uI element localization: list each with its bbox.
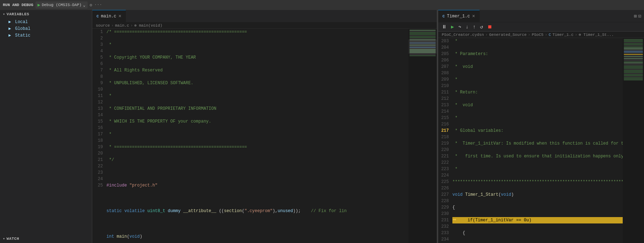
gear-icon[interactable]: ⚙	[90, 2, 92, 8]
editors-area: C main.c × source › main.c › ⊕ main(void…	[92, 10, 644, 243]
tab-timer-close-icon[interactable]: ×	[472, 14, 475, 19]
watch-chevron: ▾	[3, 237, 5, 241]
right-code-area: 203204205206207 208209210211212 21321421…	[438, 38, 644, 243]
left-editor-breadcrumb: source › main.c › ⊕ main(void)	[92, 22, 437, 29]
tab-timer-c[interactable]: C Timer_1.c ×	[438, 10, 480, 22]
bc-psoc: PSoC_Creator.cydsn	[442, 33, 484, 37]
sidebar-item-local[interactable]: ▶ Local	[0, 18, 92, 25]
bc-psoc5: PSoC5	[532, 33, 544, 37]
bc-timer-st: ⊕ Timer_1_St...	[579, 32, 614, 37]
local-chevron: ▶	[9, 20, 11, 25]
step-out-button[interactable]: ↑	[471, 23, 477, 31]
c-file-icon: C	[97, 14, 99, 18]
split-editor-icon[interactable]: ⊞	[634, 13, 637, 19]
watch-label: WATCH	[7, 237, 20, 241]
top-bar-left: RUN AND DEBUG ▶ Debug (CMSIS-DAP) ⌄ ⚙ ··…	[3, 1, 641, 9]
global-chevron: ▶	[9, 26, 11, 31]
left-line-numbers: 12345 678910 1112131415 1617181920 21222…	[92, 29, 105, 243]
tab-close-icon[interactable]: ×	[119, 14, 121, 19]
bc-generated: Generated_Source	[489, 33, 527, 37]
top-bar: RUN AND DEBUG ▶ Debug (CMSIS-DAP) ⌄ ⚙ ··…	[0, 0, 644, 10]
left-code-editor: C main.c × source › main.c › ⊕ main(void…	[92, 10, 437, 243]
static-chevron: ▶	[9, 33, 11, 38]
left-code-area: 12345 678910 1112131415 1617181920 21222…	[92, 29, 437, 243]
play-icon: ▶	[38, 2, 40, 8]
debug-current-line: ⮕ if(Timer_1_initVar == 0u)	[452, 217, 623, 223]
tab-timer-c-label: Timer_1.c	[447, 14, 470, 19]
breadcrumb-main-c: main.c	[115, 23, 129, 28]
breadcrumb-main-void: ⊕ main(void)	[134, 23, 162, 28]
global-label: Global	[15, 26, 30, 31]
breadcrumb-source: source	[96, 23, 110, 28]
variables-chevron: ▾	[3, 12, 5, 16]
chevron-down-icon: ⌄	[83, 3, 86, 7]
ellipsis-icon[interactable]: ···	[94, 2, 102, 7]
tab-main-c-label: main.c	[101, 14, 116, 19]
local-label: Local	[15, 20, 28, 25]
c-file-icon-right: C	[442, 14, 445, 18]
right-tabs-bar: C Timer_1.c × ⊞ ⊡	[438, 10, 644, 22]
bc-c-icon: C	[549, 33, 551, 37]
step-into-button[interactable]: ↓	[464, 23, 470, 31]
bc-timer-c: Timer_1.c	[552, 33, 573, 37]
variables-section-header[interactable]: ▾ VARIABLES	[0, 10, 92, 18]
left-minimap	[408, 29, 437, 243]
step-over-button[interactable]: ↷	[457, 23, 462, 31]
right-line-numbers: 203204205206207 208209210211212 21321421…	[438, 38, 451, 243]
variables-label: VARIABLES	[7, 12, 29, 16]
stop-button[interactable]: ⏹	[486, 23, 494, 31]
right-code-editor: C Timer_1.c × ⊞ ⊡ ⏸ ▶ ↷ ↓ ↑ ↺ ⏹	[438, 10, 644, 243]
minimap-highlight	[408, 39, 437, 54]
static-label: Static	[15, 33, 30, 38]
right-code-content[interactable]: * * Parameters: * void * * Return: * voi…	[451, 38, 623, 243]
restart-button[interactable]: ↺	[479, 23, 484, 31]
pause-button[interactable]: ⏸	[440, 23, 448, 31]
left-tabs-bar: C main.c ×	[92, 10, 437, 22]
right-editor-breadcrumb: PSoC_Creator.cydsn › Generated_Source › …	[438, 32, 644, 38]
debug-toolbar: ⏸ ▶ ↷ ↓ ↑ ↺ ⏹	[438, 22, 644, 32]
sidebar-item-global[interactable]: ▶ Global	[0, 25, 92, 32]
debug-config-label: Debug (CMSIS-DAP)	[42, 3, 82, 7]
main-layout: ▾ VARIABLES ▶ Local ▶ Global ▶ Static ▾ …	[0, 10, 644, 243]
maximize-editor-icon[interactable]: ⊡	[638, 13, 641, 19]
debug-config-selector[interactable]: ▶ Debug (CMSIS-DAP) ⌄	[35, 1, 88, 9]
right-minimap	[623, 38, 644, 243]
continue-button[interactable]: ▶	[450, 23, 455, 31]
sidebar-item-static[interactable]: ▶ Static	[0, 32, 92, 39]
run-debug-label: RUN AND DEBUG	[3, 3, 33, 7]
watch-section-header[interactable]: ▾ WATCH	[0, 234, 92, 243]
left-code-content[interactable]: /* =====================================…	[105, 29, 408, 243]
left-panel: ▾ VARIABLES ▶ Local ▶ Global ▶ Static ▾ …	[0, 10, 92, 243]
tab-main-c[interactable]: C main.c ×	[92, 10, 126, 22]
